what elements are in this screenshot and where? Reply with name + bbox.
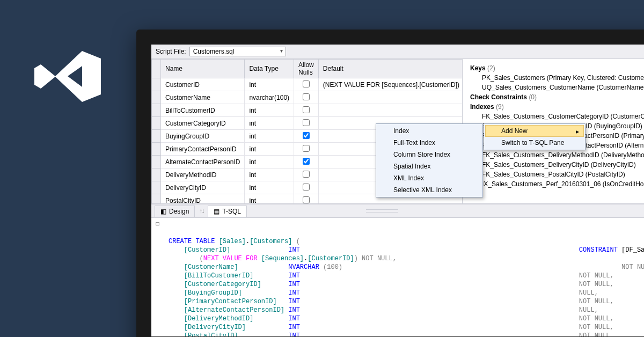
cell-type[interactable]: int [245, 78, 294, 91]
column-header-type[interactable]: Data Type [245, 60, 294, 78]
cell-type[interactable]: int [245, 181, 294, 194]
chevron-right-icon: ▸ [576, 128, 579, 135]
outline-gutter-icon: ⊟ [156, 220, 159, 229]
menu-item-columnstore[interactable]: Column Store Index [377, 149, 481, 160]
list-item[interactable]: FK_Sales_Customers_DeliveryCityID (Deliv… [470, 160, 644, 170]
cell-name[interactable]: PrimaryContactPersonID [161, 143, 245, 156]
cell-allow-nulls[interactable] [294, 104, 319, 117]
allow-nulls-checkbox[interactable] [303, 106, 310, 113]
row-header[interactable] [152, 130, 161, 143]
table-row[interactable]: CustomerNamenvarchar(100) [152, 91, 463, 104]
cell-default[interactable] [318, 104, 463, 117]
column-header-name[interactable]: Name [161, 60, 245, 78]
row-header-selector[interactable] [152, 60, 161, 78]
menu-item-fulltext[interactable]: Full-Text Index [377, 137, 481, 149]
cell-allow-nulls[interactable] [294, 156, 319, 169]
row-header[interactable] [152, 117, 161, 130]
allow-nulls-checkbox[interactable] [303, 145, 310, 152]
cell-type[interactable]: int [245, 130, 294, 143]
menu-item-add-new[interactable]: Add New ▸ [485, 125, 584, 137]
script-file-label: Script File: [156, 48, 186, 55]
table-row[interactable]: CustomerIDint(NEXT VALUE FOR [Sequences]… [152, 78, 463, 91]
cell-name[interactable]: DeliveryMethodID [161, 169, 245, 181]
row-header[interactable] [152, 78, 161, 91]
cell-name[interactable]: BuyingGroupID [161, 130, 245, 143]
cell-name[interactable]: BillToCustomerID [161, 104, 245, 117]
cell-type[interactable]: int [245, 143, 294, 156]
cell-allow-nulls[interactable] [294, 194, 319, 204]
cell-name[interactable]: CustomerName [161, 91, 245, 104]
context-menu-indexes: Add New ▸ Switch to T-SQL Pane [484, 123, 586, 150]
list-item[interactable]: FK_Sales_Customers_PostalCityID (PostalC… [470, 170, 644, 179]
cell-type[interactable]: int [245, 169, 294, 181]
list-item[interactable]: FK_Sales_Customers_CustomerCategoryID (C… [470, 112, 644, 121]
list-item[interactable]: UQ_Sales_Customers_CustomerName (Custome… [470, 83, 644, 92]
cell-allow-nulls[interactable] [294, 117, 319, 130]
cell-type[interactable]: int [245, 117, 294, 130]
cell-type[interactable]: int [245, 156, 294, 169]
cell-default[interactable]: (NEXT VALUE FOR [Sequences].[CustomerID]… [318, 78, 463, 91]
cell-type[interactable]: nvarchar(100) [245, 91, 294, 104]
allow-nulls-checkbox[interactable] [303, 119, 310, 126]
allow-nulls-checkbox[interactable] [303, 184, 310, 191]
splitter-grip[interactable] [366, 209, 398, 213]
indexes-section-label[interactable]: Indexes [470, 103, 494, 111]
cell-allow-nulls[interactable] [294, 130, 319, 143]
cell-name[interactable]: PostalCityID [161, 194, 245, 204]
tab-design[interactable]: ◧ Design [155, 206, 195, 217]
cell-allow-nulls[interactable] [294, 143, 319, 156]
keys-section-label[interactable]: Keys [470, 64, 486, 72]
row-header[interactable] [152, 143, 161, 156]
cell-allow-nulls[interactable] [294, 91, 319, 104]
menu-item-index[interactable]: Index [377, 125, 481, 137]
cell-name[interactable]: CustomerCategoryID [161, 117, 245, 130]
menu-item-selective-xml[interactable]: Selective XML Index [377, 184, 481, 196]
list-item[interactable]: IX_Sales_Customers_Perf_20160301_06 (IsO… [470, 179, 644, 189]
design-icon: ◧ [160, 208, 166, 215]
row-header[interactable] [152, 181, 161, 194]
list-item[interactable]: PK_Sales_Customers (Primary Key, Cluster… [470, 73, 644, 83]
column-header-nulls[interactable]: Allow Nulls [294, 60, 319, 78]
row-header[interactable] [152, 194, 161, 204]
column-header-default[interactable]: Default [318, 60, 463, 78]
swap-arrows-icon[interactable]: ↑↓ [196, 207, 207, 215]
check-section-label[interactable]: Check Constraints [470, 93, 527, 101]
cell-type[interactable]: int [245, 194, 294, 204]
row-header[interactable] [152, 104, 161, 117]
cell-name[interactable]: AlternateContactPersonID [161, 156, 245, 169]
row-header[interactable] [152, 156, 161, 169]
cell-default[interactable] [318, 91, 463, 104]
visual-studio-logo-icon [31, 51, 101, 104]
list-item[interactable]: FK_Sales_Customers_DeliveryMethodID (Del… [470, 150, 644, 160]
row-header[interactable] [152, 91, 161, 104]
pane-tabbar: ◧ Design ↑↓ ▤ T-SQL [151, 204, 644, 218]
script-file-combo[interactable]: Customers.sql [189, 47, 286, 56]
cell-allow-nulls[interactable] [294, 78, 319, 91]
cell-name[interactable]: CustomerID [161, 78, 245, 91]
allow-nulls-checkbox[interactable] [303, 132, 310, 139]
allow-nulls-checkbox[interactable] [303, 196, 310, 203]
allow-nulls-checkbox[interactable] [303, 80, 310, 87]
allow-nulls-checkbox[interactable] [303, 171, 310, 178]
cell-allow-nulls[interactable] [294, 181, 319, 194]
script-toolbar: Script File: Customers.sql [151, 45, 644, 59]
table-row[interactable]: BillToCustomerIDint [152, 104, 463, 117]
menu-item-xml[interactable]: XML Index [377, 172, 481, 184]
tsql-editor[interactable]: ⊟ CREATE TABLE [Sales].[Customers] ( [Cu… [151, 218, 644, 336]
cell-allow-nulls[interactable] [294, 169, 319, 181]
menu-item-spatial[interactable]: Spatial Index [377, 160, 481, 172]
cell-name[interactable]: DeliveryCityID [161, 181, 245, 194]
allow-nulls-checkbox[interactable] [303, 158, 310, 165]
allow-nulls-checkbox[interactable] [303, 93, 310, 100]
cell-type[interactable]: int [245, 104, 294, 117]
menu-item-switch-tsql[interactable]: Switch to T-SQL Pane [485, 137, 584, 149]
row-header[interactable] [152, 169, 161, 181]
context-menu-index-types: Index Full-Text Index Column Store Index… [376, 123, 483, 197]
sql-icon: ▤ [214, 208, 219, 215]
tab-tsql[interactable]: ▤ T-SQL [208, 206, 247, 217]
